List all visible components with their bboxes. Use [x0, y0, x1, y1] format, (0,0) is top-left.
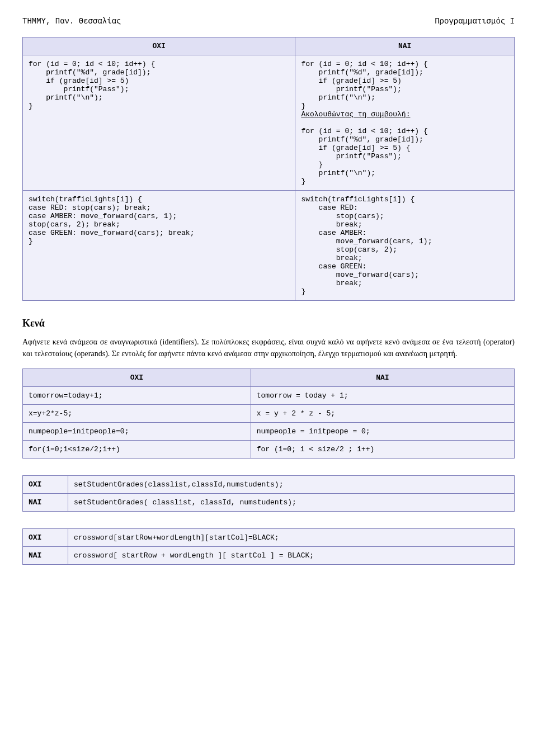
header-right: Προγραμματισμός Ι [435, 17, 515, 26]
table1-row1-right: for (id = 0; id < 10; id++) { printf("%d… [295, 55, 515, 191]
table2-cell-right: tomorrow = today + 1; [251, 387, 514, 405]
table4-nai-label: ΝΑΙ [23, 547, 68, 565]
table1-row1-right-advice: Ακολουθώντας τη συμβουλή: [301, 110, 410, 119]
section-kena-paragraph: Αφήνετε κενά ανάμεσα σε αναγνωριστικά (i… [22, 336, 515, 360]
table1-row2-right: switch(trafficLights[i]) { case RED: sto… [295, 191, 515, 301]
table3-oxi-label: ΟΧΙ [23, 476, 68, 494]
table-row: ΟΧΙ crossword[startRow+wordLength][start… [23, 529, 515, 547]
table2-cell-left: numpeople=initpeople=0; [23, 423, 251, 441]
table-row: numpeople=initpeople=0; numpeople = init… [23, 423, 515, 441]
table-row: for(i=0;i<size/2;i++) for (i=0; i < size… [23, 441, 515, 459]
table1-header-nai: ΝΑΙ [295, 37, 515, 55]
table-example-3: ΟΧΙ setStudentGrades(classlist,classId,n… [22, 475, 515, 512]
table2-header-oxi: ΟΧΙ [23, 369, 251, 387]
table-example-4: ΟΧΙ crossword[startRow+wordLength][start… [22, 528, 515, 565]
page-header: ΤΗΜΜΥ, Παν. Θεσσαλίας Προγραμματισμός Ι [22, 17, 515, 26]
table-row: ΝΑΙ crossword[ startRow + wordLength ][ … [23, 547, 515, 565]
table2-cell-left: for(i=0;i<size/2;i++) [23, 441, 251, 459]
table3-nai-code: setStudentGrades( classlist, classId, nu… [68, 494, 515, 512]
table2-cell-right: numpeople = initpeope = 0; [251, 423, 514, 441]
table1-header-oxi: ΟΧΙ [23, 37, 295, 55]
table2-cell-right: for (i=0; i < size/2 ; i++) [251, 441, 514, 459]
table2-cell-right: x = y + 2 * z - 5; [251, 405, 514, 423]
table1-row1-right-b: for (id = 0; id < 10; id++) { printf("%d… [301, 127, 427, 186]
table3-nai-label: ΝΑΙ [23, 494, 68, 512]
table1-row1-right-a: for (id = 0; id < 10; id++) { printf("%d… [301, 60, 427, 110]
table-row: tomorrow=today+1; tomorrow = today + 1; [23, 387, 515, 405]
table-examples-2: ΟΧΙ ΝΑΙ tomorrow=today+1; tomorrow = tod… [22, 368, 515, 459]
table4-oxi-code: crossword[startRow+wordLength][startCol]… [68, 529, 515, 547]
table4-oxi-label: ΟΧΙ [23, 529, 68, 547]
table-row: ΝΑΙ setStudentGrades( classlist, classId… [23, 494, 515, 512]
table-examples-1: ΟΧΙ ΝΑΙ for (id = 0; id < 10; id++) { pr… [22, 37, 515, 301]
table3-oxi-code: setStudentGrades(classlist,classId,numst… [68, 476, 515, 494]
table4-nai-code: crossword[ startRow + wordLength ][ star… [68, 547, 515, 565]
table2-cell-left: tomorrow=today+1; [23, 387, 251, 405]
table2-cell-left: x=y+2*z-5; [23, 405, 251, 423]
section-kena-title: Κενά [22, 318, 515, 329]
table1-row1-left: for (id = 0; id < 10; id++) { printf("%d… [23, 55, 295, 191]
table-row: ΟΧΙ setStudentGrades(classlist,classId,n… [23, 476, 515, 494]
table1-row2-left: switch(trafficLights[i]) { case RED: sto… [23, 191, 295, 301]
table-row: x=y+2*z-5; x = y + 2 * z - 5; [23, 405, 515, 423]
header-left: ΤΗΜΜΥ, Παν. Θεσσαλίας [22, 17, 121, 26]
table2-header-nai: ΝΑΙ [251, 369, 514, 387]
